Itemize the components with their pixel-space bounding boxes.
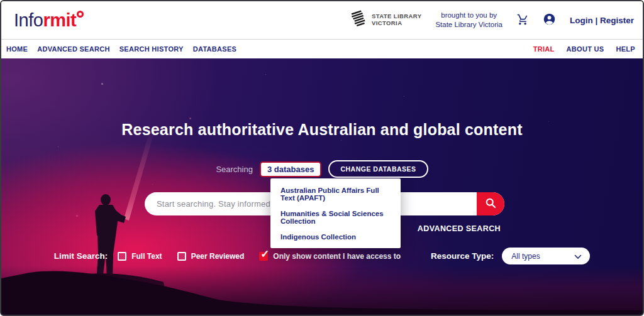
peer-reviewed-label: Peer Reviewed [191, 252, 245, 261]
nav-databases[interactable]: DATABASES [193, 45, 237, 53]
searching-label: Searching [216, 165, 253, 174]
full-text-checkbox[interactable] [118, 252, 126, 261]
rocks-silhouette [1, 268, 643, 315]
dropdown-item-apaft[interactable]: Australian Public Affairs Full Text (APA… [270, 181, 401, 204]
search-icon [484, 197, 497, 211]
header-right: STATE LIBRARY VICTORIA brought to you by… [351, 9, 634, 31]
logo-text-rmit: rmit [43, 10, 76, 31]
slv-logo-icon [351, 9, 367, 31]
limit-search-row: Limit Search: Full Text Peer Reviewed ✓ … [1, 248, 643, 264]
access-only-checkbox[interactable]: ✓ [259, 252, 268, 261]
searching-row: Searching 3 databases CHANGE DATABASES [1, 160, 643, 178]
header: Informit STATE LIBRARY VICTORIA brought … [1, 1, 643, 39]
slv-logo-text: STATE LIBRARY VICTORIA [372, 13, 421, 27]
stars-decoration [1, 58, 2, 59]
hero-heading: Research authoritative Australian and gl… [1, 121, 643, 139]
peer-reviewed-checkbox[interactable] [177, 252, 186, 261]
nav-left: HOME ADVANCED SEARCH SEARCH HISTORY DATA… [6, 45, 246, 53]
nav-right: TRIAL ABOUT US HELP [521, 45, 635, 53]
checkbox-peer-reviewed[interactable]: Peer Reviewed [177, 252, 245, 261]
nav-help[interactable]: HELP [616, 45, 635, 53]
page: Informit STATE LIBRARY VICTORIA brought … [0, 0, 644, 316]
limit-search-label: Limit Search: [54, 251, 108, 261]
checkbox-full-text[interactable]: Full Text [118, 252, 162, 261]
user-icon [543, 13, 556, 28]
main-nav: HOME ADVANCED SEARCH SEARCH HISTORY DATA… [1, 39, 643, 58]
access-only-label: Only show content I have access to [273, 252, 401, 261]
informit-logo[interactable]: Informit [14, 10, 84, 31]
logo-ring-icon [77, 11, 84, 18]
brought-to-you-by: brought to you by State Library Victoria [435, 11, 502, 30]
slv-logo: STATE LIBRARY VICTORIA [351, 9, 421, 31]
cart-button[interactable] [516, 13, 529, 28]
resource-type-select[interactable]: All types [502, 248, 590, 264]
change-databases-button[interactable]: CHANGE DATABASES [328, 160, 428, 178]
nav-advanced-search[interactable]: ADVANCED SEARCH [37, 45, 110, 53]
dropdown-item-indigenous[interactable]: Indigenous Collection [270, 227, 401, 243]
nav-trial[interactable]: TRIAL [533, 45, 555, 53]
search-button[interactable] [477, 192, 504, 215]
cart-icon [516, 13, 529, 28]
databases-dropdown: Australian Public Affairs Full Text (APA… [270, 178, 401, 248]
checkbox-access-only[interactable]: ✓ Only show content I have access to [259, 252, 401, 261]
database-count-button[interactable]: 3 databases [260, 161, 321, 177]
login-register-link[interactable]: Login | Register [570, 16, 634, 25]
nav-about-us[interactable]: ABOUT US [567, 45, 604, 53]
dropdown-item-humanities[interactable]: Humanities & Social Sciences Collection [270, 204, 401, 227]
resource-type-value: All types [511, 252, 540, 261]
full-text-label: Full Text [131, 252, 162, 261]
account-button[interactable] [543, 13, 556, 28]
checkmark-icon: ✓ [260, 249, 269, 259]
chevron-down-icon [574, 251, 582, 262]
nav-home[interactable]: HOME [6, 45, 28, 53]
advanced-search-link[interactable]: ADVANCED SEARCH [418, 224, 501, 233]
nav-search-history[interactable]: SEARCH HISTORY [119, 45, 184, 53]
logo-text-info: Info [14, 10, 43, 31]
hero-section: Research authoritative Australian and gl… [1, 58, 643, 315]
resource-type-label: Resource Type: [431, 251, 494, 261]
